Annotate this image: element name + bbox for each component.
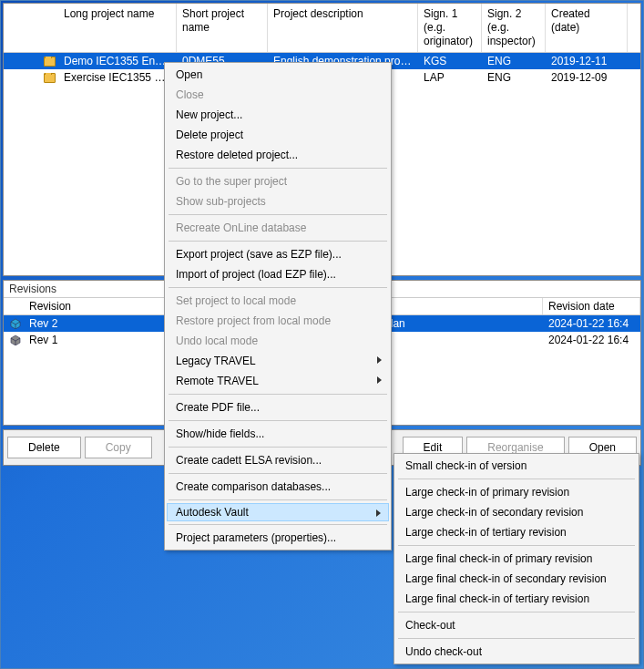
col-sign1[interactable]: Sign. 1 (e.g. originator) [418,4,482,52]
menu-item[interactable]: Large check-in of tertiary revision [396,522,637,542]
menu-item-label: Open [176,68,202,81]
cell-sign1: LAP [418,71,482,84]
autodesk-vault-submenu[interactable]: Small check-in of versionLarge check-in … [394,453,639,664]
cell-sign2: ENG [482,55,546,67]
menu-item-label: Large check-in of secondary revision [405,506,583,519]
col-description[interactable]: Project description [268,4,418,52]
menu-item: Close [167,85,389,105]
menu-item-label: Check-out [405,619,455,632]
menu-item[interactable]: Large final check-in of secondary revisi… [396,569,637,589]
menu-separator [169,420,387,421]
menu-item: Undo local mode [167,331,389,351]
folder-icon [40,73,58,83]
menu-item[interactable]: Remote TRAVEL [167,371,389,391]
menu-item-label: Set project to local mode [176,294,296,307]
menu-item-label: Create cadett ELSA revision... [176,454,322,467]
col-short-name[interactable]: Short project name [177,4,268,52]
menu-item[interactable]: Create cadett ELSA revision... [167,450,389,470]
menu-item-label: Restore deleted project... [176,149,298,161]
menu-item[interactable]: Delete project [167,125,389,145]
menu-separator [169,214,387,215]
menu-item-label: Create comparison databases... [176,480,331,493]
menu-separator [169,394,387,395]
menu-item[interactable]: Project parameters (properties)... [167,528,389,548]
package-icon [7,334,24,345]
menu-item-label: Small check-in of version [405,459,526,472]
menu-item-label: Undo local mode [176,334,258,347]
menu-item-label: New project... [176,108,242,121]
menu-separator [169,168,387,169]
menu-separator [169,524,387,525]
menu-item-label: Import of project (load EZP file)... [176,268,336,281]
cell-rev-date: 2024-01-22 16:4 [543,317,640,330]
cell-long-name: Exercise IEC1355 English [58,71,177,84]
submenu-arrow-icon [376,509,381,517]
menu-separator [398,479,635,479]
cell-created: 2019-12-09 [546,71,628,84]
menu-item[interactable]: Show/hide fields... [167,424,389,444]
menu-item: Restore project from local mode [167,311,389,331]
menu-item: Recreate OnLine database [167,218,389,238]
menu-item[interactable]: Import of project (load EZP file)... [167,264,389,284]
cell-sign1: KGS [418,55,482,67]
menu-item-label: Create PDF file... [176,401,260,414]
copy-button: Copy [85,437,152,458]
menu-separator [169,473,387,474]
package-icon [7,318,24,329]
menu-item: Set project to local mode [167,291,389,311]
menu-item: Go to the super project [167,171,389,191]
menu-item: Show sub-projects [167,191,389,211]
delete-button[interactable]: Delete [7,437,81,458]
menu-item[interactable]: Large check-in of secondary revision [396,502,637,522]
cell-long-name: Demo IEC1355 English [58,55,177,67]
menu-item-label: Remote TRAVEL [176,375,259,387]
menu-item-label: Export project (save as EZP file)... [176,248,342,261]
menu-separator [169,241,387,242]
col-long-name[interactable]: Long project name [58,4,177,52]
cell-rev-date: 2024-01-22 16:4 [543,334,640,346]
menu-item-label: Project parameters (properties)... [176,531,336,544]
submenu-arrow-icon [377,356,382,364]
menu-item-label: Legacy TRAVEL [176,355,256,367]
submenu-arrow-icon [377,376,382,384]
menu-item-label: Large final check-in of secondary revisi… [405,572,607,585]
menu-item[interactable]: Autodesk Vault [167,503,389,521]
menu-item-label: Large check-in of primary revision [405,486,569,499]
menu-item-label: Recreate OnLine database [176,221,306,234]
menu-item[interactable]: Create comparison databases... [167,477,389,497]
cell-created: 2019-12-11 [546,55,628,67]
col-created[interactable]: Created (date) [546,4,628,52]
menu-item[interactable]: New project... [167,105,389,125]
menu-item[interactable]: Undo check-out [396,642,637,662]
menu-item-label: Close [176,88,204,101]
menu-separator [398,638,635,639]
menu-item-label: Show/hide fields... [176,427,264,440]
menu-item[interactable]: Export project (save as EZP file)... [167,244,389,264]
menu-item-label: Undo check-out [405,645,482,658]
project-context-menu[interactable]: OpenCloseNew project...Delete projectRes… [164,62,392,551]
cell-sign2: ENG [482,71,546,84]
menu-item-label: Show sub-projects [176,195,266,208]
menu-item[interactable]: Check-out [396,615,637,635]
menu-item[interactable]: Legacy TRAVEL [167,351,389,371]
menu-item[interactable]: Create PDF file... [167,397,389,417]
menu-separator [169,499,387,500]
menu-item[interactable]: Large final check-in of tertiary revisio… [396,589,637,609]
menu-separator [169,447,387,448]
menu-separator [398,612,635,612]
col-sign2[interactable]: Sign. 2 (e.g. inspector) [482,4,546,52]
projects-header-row: Long project name Short project name Pro… [4,4,640,53]
menu-item-label: Autodesk Vault [176,506,249,519]
menu-item-label: Large check-in of tertiary revision [405,526,567,539]
menu-item[interactable]: Large final check-in of primary revision [396,549,637,569]
menu-item[interactable]: Large check-in of primary revision [396,482,637,502]
menu-item-label: Large final check-in of tertiary revisio… [405,592,589,605]
menu-separator [398,545,635,546]
col-rev-date[interactable]: Revision date [543,298,640,314]
menu-item[interactable]: Restore deleted project... [167,145,389,165]
menu-item-label: Large final check-in of primary revision [405,552,592,565]
menu-item[interactable]: Open [167,65,389,85]
menu-item[interactable]: Small check-in of version [396,456,637,476]
menu-item-label: Delete project [176,129,243,141]
menu-separator [169,287,387,288]
